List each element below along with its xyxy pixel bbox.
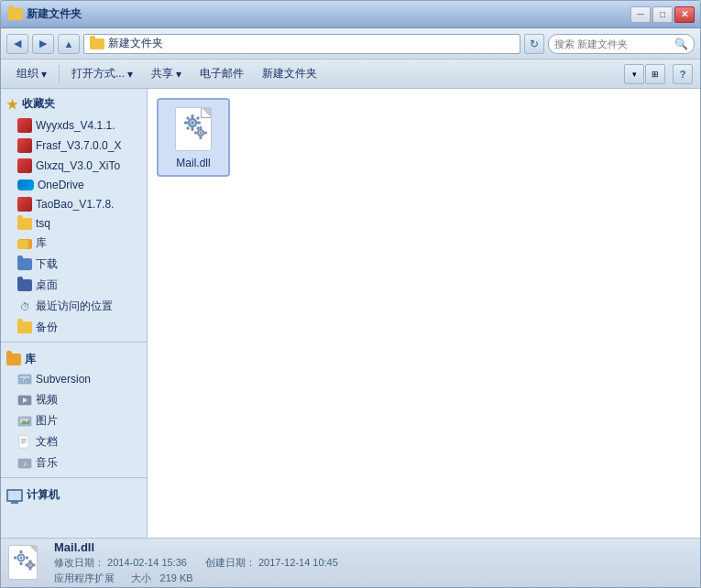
library-title: 库 [25, 352, 36, 367]
window-title: 新建文件夹 [27, 6, 82, 22]
sidebar-item-wyyxds[interactable]: Wyyxds_V4.1.1. [1, 115, 147, 136]
share-arrow-icon: ▾ [176, 68, 181, 81]
svg-rect-42 [33, 563, 36, 566]
open-with-button[interactable]: 打开方式... ▾ [63, 63, 141, 85]
mail-dll-icon [170, 105, 217, 153]
sidebar-label-recent: 最近访问的位置 [36, 299, 113, 314]
svg-rect-18 [192, 127, 194, 131]
help-button[interactable]: ? [673, 64, 693, 84]
address-path[interactable]: 新建文件夹 [83, 34, 520, 54]
forward-button[interactable]: ▶ [32, 34, 54, 54]
svg-point-26 [200, 132, 203, 135]
sidebar-item-ku[interactable]: 库 [1, 233, 147, 254]
sidebar-library-header[interactable]: 库 [1, 346, 147, 369]
status-size-label: 大小 [131, 572, 151, 583]
svg-rect-29 [194, 132, 197, 135]
sidebar-label-download: 下载 [36, 256, 58, 272]
sidebar: ★ 收藏夹 Wyyxds_V4.1.1. Frasf_V3.7.0.0_X Gl… [1, 89, 148, 538]
onedrive-icon [17, 180, 34, 191]
sidebar-label-glxzq: Glxzq_V3.0_XiTo [36, 159, 120, 172]
title-bar-left: 新建文件夹 [8, 6, 82, 22]
sidebar-item-onedrive[interactable]: OneDrive [1, 176, 147, 194]
svg-rect-27 [200, 126, 203, 129]
sidebar-computer-header[interactable]: 计算机 [1, 482, 147, 505]
sidebar-item-glxzq[interactable]: Glxzq_V3.0_XiTo [1, 156, 147, 176]
music-lib-icon: ♪ [17, 456, 32, 471]
sidebar-label-subversion: Subversion [36, 373, 91, 386]
up-button[interactable]: ▲ [58, 34, 80, 54]
address-bar: ◀ ▶ ▲ 新建文件夹 ↻ 🔍 [1, 28, 700, 60]
open-with-arrow-icon: ▾ [127, 68, 133, 81]
sidebar-label-desktop: 桌面 [36, 278, 58, 293]
refresh-button[interactable]: ↻ [524, 34, 544, 54]
file-item-mail-dll[interactable]: Mail.dll [157, 98, 230, 177]
sidebar-item-documents[interactable]: 文档 [1, 431, 147, 452]
new-folder-label: 新建文件夹 [262, 66, 317, 82]
email-label: 电子邮件 [200, 66, 244, 82]
window: 新建文件夹 ─ □ ✕ ◀ ▶ ▲ 新建文件夹 ↻ 🔍 组织 ▾ 打开方式... [0, 0, 701, 588]
svg-rect-36 [26, 556, 28, 559]
svg-rect-23 [186, 126, 190, 130]
svg-point-16 [191, 121, 194, 125]
status-details: 修改日期： 2014-02-14 15:36 创建日期： 2017-12-14 … [54, 556, 338, 570]
sidebar-item-taobao[interactable]: TaoBao_V1.7.8. [1, 194, 147, 214]
organize-button[interactable]: 组织 ▾ [8, 63, 55, 85]
status-info: Mail.dll 修改日期： 2014-02-14 15:36 创建日期： 20… [54, 540, 338, 585]
path-folder-icon [90, 38, 104, 49]
back-button[interactable]: ◀ [6, 34, 28, 54]
taobao-icon [17, 197, 32, 212]
sidebar-item-music[interactable]: ♪ 音乐 [1, 452, 147, 474]
close-button[interactable]: ✕ [674, 6, 695, 23]
sidebar-item-backup[interactable]: 备份 [1, 317, 147, 338]
share-label: 共享 [151, 66, 173, 82]
sidebar-item-recent[interactable]: ⏱ 最近访问的位置 [1, 296, 147, 317]
organize-arrow-icon: ▾ [41, 68, 47, 81]
open-with-label: 打开方式... [71, 66, 125, 82]
svg-rect-40 [29, 568, 32, 571]
sidebar-item-subversion[interactable]: SVN Subversion [1, 369, 147, 389]
favorites-title: 收藏夹 [22, 96, 55, 112]
maximize-button[interactable]: □ [652, 6, 673, 23]
svg-rect-28 [200, 136, 203, 139]
new-folder-button[interactable]: 新建文件夹 [254, 63, 325, 85]
svg-rect-19 [184, 122, 188, 125]
glxzq-icon [17, 158, 32, 173]
minimize-button[interactable]: ─ [630, 6, 651, 23]
sidebar-item-download[interactable]: 下载 [1, 254, 147, 275]
search-input[interactable] [554, 38, 671, 49]
sidebar-divider-2 [1, 477, 147, 478]
status-size-value: 219 KB [160, 572, 193, 583]
organize-label: 组织 [16, 66, 38, 82]
search-icon: 🔍 [674, 38, 688, 50]
svg-rect-17 [192, 114, 194, 118]
sidebar-item-tsq[interactable]: tsq [1, 214, 147, 233]
sidebar-label-wyyxds: Wyyxds_V4.1.1. [36, 119, 115, 132]
sidebar-label-tsq: tsq [36, 217, 50, 230]
sidebar-item-pictures[interactable]: 图片 [1, 410, 147, 431]
svg-text:♪: ♪ [23, 460, 27, 468]
svg-rect-12 [21, 442, 25, 443]
sidebar-item-frasf[interactable]: Frasf_V3.7.0.0_X [1, 136, 147, 156]
documents-lib-icon [17, 435, 32, 450]
status-gear-svg [8, 545, 45, 582]
svg-text:SVN: SVN [20, 377, 30, 383]
view-down-button[interactable]: ▾ [624, 64, 644, 84]
sidebar-favorites-header[interactable]: ★ 收藏夹 [1, 93, 147, 115]
share-button[interactable]: 共享 ▾ [143, 63, 190, 85]
email-button[interactable]: 电子邮件 [192, 63, 252, 85]
sidebar-item-desktop[interactable]: 桌面 [1, 275, 147, 296]
svg-rect-9 [19, 436, 28, 448]
svg-rect-39 [29, 560, 32, 562]
svg-point-32 [20, 556, 23, 559]
sidebar-item-video[interactable]: 视频 [1, 389, 147, 410]
title-folder-icon [8, 8, 23, 20]
file-area: Mail.dll [148, 89, 700, 538]
recent-icon: ⏱ [17, 299, 32, 314]
svg-point-38 [29, 564, 31, 566]
sidebar-label-ku: 库 [36, 235, 47, 251]
search-box[interactable]: 🔍 [548, 34, 695, 54]
svg-rect-30 [204, 132, 207, 135]
view-grid-button[interactable]: ⊞ [645, 64, 665, 84]
sidebar-label-documents: 文档 [36, 434, 58, 450]
sidebar-label-taobao: TaoBao_V1.7.8. [36, 198, 114, 211]
